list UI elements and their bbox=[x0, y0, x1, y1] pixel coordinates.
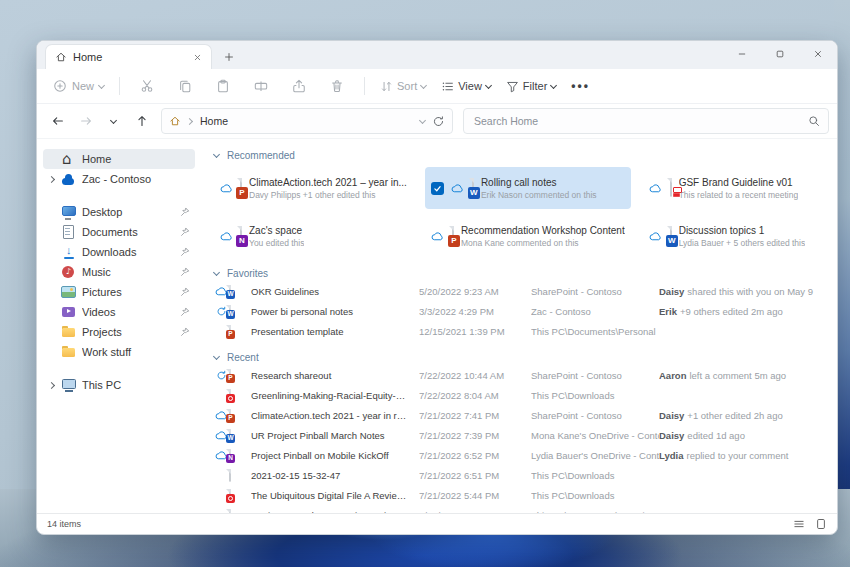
recommended-card[interactable]: W Discussion topics 1 Lydia Bauer + 5 ot… bbox=[643, 215, 827, 257]
refresh-icon[interactable] bbox=[432, 115, 445, 128]
favorites-list: W OKR Guidelines 5/20/2022 9:23 AM Share… bbox=[213, 281, 827, 341]
new-button[interactable]: New bbox=[47, 72, 111, 100]
sidebar-item[interactable]: Desktop bbox=[43, 202, 195, 222]
file-activity: Lydiareplied to your comment bbox=[659, 450, 827, 461]
expand-chevron-icon[interactable] bbox=[47, 380, 56, 390]
sidebar-item-icon bbox=[61, 205, 77, 220]
file-explorer-window: Home New bbox=[36, 40, 838, 535]
file-icon: W bbox=[670, 227, 672, 245]
file-date: 7/22/2022 8:04 AM bbox=[419, 390, 531, 401]
toolbar-divider bbox=[119, 77, 120, 95]
up-button[interactable] bbox=[129, 108, 155, 134]
chevron-down-icon bbox=[486, 83, 492, 89]
favorite-file-row[interactable]: W Power bi personal notes 3/3/2022 4:29 … bbox=[213, 301, 827, 321]
section-header-recent[interactable]: Recent bbox=[213, 349, 827, 365]
tab-close-icon[interactable] bbox=[189, 49, 205, 65]
breadcrumb[interactable]: Home bbox=[200, 115, 228, 127]
search-box[interactable] bbox=[463, 108, 829, 134]
recommended-card[interactable]: W Rolling call notes Erik Nason commente… bbox=[425, 167, 631, 209]
chevron-down-icon[interactable] bbox=[420, 118, 426, 124]
file-name: Greenlining-Making-Racial-Equity-Rea... bbox=[251, 390, 419, 401]
recommended-card[interactable]: P Recommendation Workshop Content Mona K… bbox=[425, 215, 631, 257]
section-header-recommended[interactable]: Recommended bbox=[213, 147, 827, 163]
ellipsis-icon: ••• bbox=[571, 79, 590, 93]
section-header-favorites[interactable]: Favorites bbox=[213, 265, 827, 281]
sidebar-item[interactable]: Work stuff bbox=[43, 342, 195, 362]
chevron-down-icon bbox=[551, 83, 557, 89]
favorite-file-row[interactable]: W OKR Guidelines 5/20/2022 9:23 AM Share… bbox=[213, 281, 827, 301]
cut-button[interactable] bbox=[128, 72, 166, 100]
file-activity: Erik Nason commented on this bbox=[481, 190, 597, 200]
file-name: ClimateAction.tech 2021 – year in... bbox=[249, 177, 407, 188]
recent-file-row[interactable]: The Ubiquitous Digital File A Review o..… bbox=[213, 485, 827, 505]
home-icon bbox=[55, 51, 67, 63]
paste-button[interactable] bbox=[204, 72, 242, 100]
sidebar-item[interactable]: Projects bbox=[43, 322, 195, 342]
file-icon: N bbox=[229, 450, 251, 461]
sidebar-item[interactable]: Videos bbox=[43, 302, 195, 322]
recent-file-row[interactable]: Greenlining-Making-Racial-Equity-Rea... … bbox=[213, 385, 827, 405]
see-more-button[interactable]: ••• bbox=[564, 72, 597, 100]
recommended-card[interactable]: GSF Brand Guideline v01 This related to … bbox=[643, 167, 827, 209]
sidebar-item[interactable]: Documents bbox=[43, 222, 195, 242]
recent-file-row[interactable]: N Project Pinball on Mobile KickOff 7/21… bbox=[213, 445, 827, 465]
file-activity bbox=[659, 390, 827, 401]
copy-button[interactable] bbox=[166, 72, 204, 100]
expand-chevron-icon[interactable] bbox=[47, 174, 56, 184]
recent-locations-button[interactable] bbox=[101, 108, 127, 134]
file-name: Discussion topics 1 bbox=[679, 225, 806, 236]
maximize-button[interactable] bbox=[761, 41, 799, 67]
chevron-down-icon bbox=[421, 83, 427, 89]
recent-file-row[interactable]: 2021-02-15 15-32-47 7/21/2022 6:51 PM Th… bbox=[213, 465, 827, 485]
checkbox-checked-icon[interactable] bbox=[431, 182, 444, 195]
file-name: The Ubiquitous Digital File A Review o..… bbox=[251, 490, 419, 501]
paste-icon bbox=[216, 79, 230, 93]
sidebar-item[interactable]: Zac - Contoso bbox=[43, 169, 195, 189]
file-name: Recommendation Workshop Content bbox=[461, 225, 625, 236]
sidebar-item[interactable]: Music bbox=[43, 262, 195, 282]
recent-file-row[interactable]: P Research shareout 7/22/2022 10:44 AM S… bbox=[213, 365, 827, 385]
sidebar-item[interactable]: Pictures bbox=[43, 282, 195, 302]
file-icon bbox=[229, 490, 251, 501]
sidebar-item-icon bbox=[61, 245, 77, 260]
search-input[interactable] bbox=[472, 114, 808, 128]
recent-file-row[interactable]: W UR Project Pinball March Notes 7/21/20… bbox=[213, 425, 827, 445]
pin-icon bbox=[179, 207, 191, 217]
cloud-status-icon bbox=[219, 232, 233, 241]
close-button[interactable] bbox=[799, 41, 837, 67]
delete-button[interactable] bbox=[318, 72, 356, 100]
pin-icon bbox=[179, 287, 191, 297]
sidebar-item-icon bbox=[61, 265, 77, 280]
recent-file-row[interactable]: P ClimateAction.tech 2021 - year in revi… bbox=[213, 405, 827, 425]
forward-button[interactable] bbox=[73, 108, 99, 134]
rename-button[interactable] bbox=[242, 72, 280, 100]
minimize-button[interactable] bbox=[723, 41, 761, 67]
file-name: 2021-02-15 15-32-47 bbox=[251, 470, 419, 481]
address-bar[interactable]: Home bbox=[161, 108, 453, 134]
section-title: Recommended bbox=[227, 150, 295, 161]
file-name: GSF Brand Guideline v01 bbox=[679, 177, 799, 188]
sidebar-item[interactable]: Downloads bbox=[43, 242, 195, 262]
sort-button[interactable]: Sort bbox=[373, 72, 434, 100]
sidebar-item-label: Zac - Contoso bbox=[82, 173, 174, 185]
new-tab-button[interactable] bbox=[218, 47, 240, 67]
recent-file-row[interactable]: W Equity Centred Community Design 7/21/2… bbox=[213, 505, 827, 513]
view-button[interactable]: View bbox=[434, 72, 499, 100]
file-activity bbox=[659, 470, 827, 481]
recommended-card[interactable]: P ClimateAction.tech 2021 – year in... D… bbox=[213, 167, 413, 209]
section-title: Recent bbox=[227, 352, 259, 363]
address-row: Home bbox=[37, 104, 837, 139]
sidebar-item[interactable]: This PC bbox=[43, 375, 195, 395]
thumbnail-view-icon[interactable] bbox=[815, 518, 827, 530]
favorite-file-row[interactable]: P Presentation template 12/15/2021 1:39 … bbox=[213, 321, 827, 341]
sidebar-item[interactable]: Home bbox=[43, 149, 195, 169]
share-button[interactable] bbox=[280, 72, 318, 100]
tab-home[interactable]: Home bbox=[45, 44, 212, 69]
recommended-card[interactable]: N Zac's space You edited this bbox=[213, 215, 413, 257]
back-button[interactable] bbox=[45, 108, 71, 134]
file-icon: W bbox=[229, 306, 251, 317]
command-toolbar: New Sort View bbox=[37, 69, 837, 104]
filter-button[interactable]: Filter bbox=[499, 72, 564, 100]
details-view-icon[interactable] bbox=[793, 518, 805, 530]
file-activity bbox=[659, 326, 827, 337]
